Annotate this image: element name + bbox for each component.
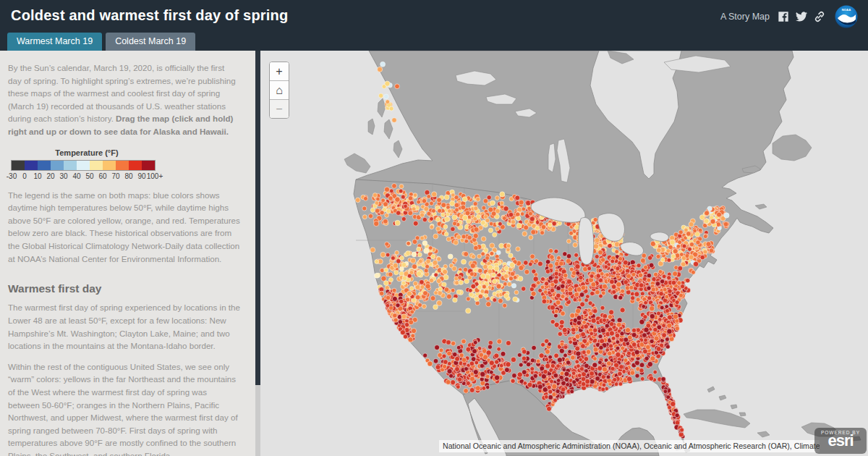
- sidebar-scrollbar-track[interactable]: [255, 51, 260, 456]
- home-extent-button[interactable]: ⌂: [270, 81, 289, 100]
- app-header: Coldest and warmest first day of spring …: [0, 0, 868, 51]
- legend-tick-label: 60: [98, 172, 106, 180]
- esri-logo[interactable]: POWERED BY esri: [814, 428, 867, 454]
- share-link-icon[interactable]: [814, 11, 825, 22]
- noaa-logo[interactable]: NOAA: [835, 5, 858, 28]
- intro-paragraph: By the Sun’s calendar, March 19, 2020, i…: [8, 62, 240, 138]
- svg-text:NOAA: NOAA: [842, 8, 851, 12]
- page-title: Coldest and warmest first day of spring: [11, 7, 288, 24]
- legend-tick-label: 100+: [147, 172, 163, 180]
- legend-tick-label: 90: [137, 172, 145, 180]
- legend-ramp-segment: [64, 161, 77, 170]
- legend-color-ramp: [11, 160, 156, 171]
- great-lake: [579, 218, 594, 265]
- legend-ramp-segment: [25, 161, 38, 170]
- legend-ramp-segment: [38, 161, 51, 170]
- legend-tick-label: 10: [33, 172, 41, 180]
- section-heading: Warmest first day: [8, 282, 240, 295]
- legend-ramp-segment: [90, 161, 103, 170]
- legend-note: The legend is the same on both maps: blu…: [8, 189, 240, 266]
- story-map-label: A Story Map: [720, 12, 770, 22]
- legend-ramp-segment: [142, 161, 155, 170]
- legend-tick-label: 70: [111, 172, 119, 180]
- sidebar-scrollbar-thumb[interactable]: [255, 51, 260, 385]
- legend-tick-labels: -300102030405060708090100+: [11, 172, 163, 182]
- legend-tick-label: 30: [59, 172, 67, 180]
- esri-brand-label: esri: [814, 434, 867, 448]
- tab-coldest-march-19[interactable]: Coldest March 19: [106, 33, 195, 51]
- legend-tick-label: 80: [124, 172, 132, 180]
- legend-tick-label: 0: [22, 172, 27, 180]
- sidebar-sections: Warmest first dayThe warmest first day o…: [8, 282, 240, 456]
- legend-ramp-segment: [103, 161, 116, 170]
- section-paragraph: Within the rest of the contiguous United…: [8, 360, 240, 456]
- legend-tick-label: 20: [46, 172, 54, 180]
- legend-ramp-segment: [129, 161, 142, 170]
- legend-ramp-segment: [51, 161, 64, 170]
- legend-ramp-segment: [12, 161, 25, 170]
- sidebar-content: By the Sun’s calendar, March 19, 2020, i…: [0, 51, 255, 456]
- legend-tick-label: 50: [85, 172, 93, 180]
- tab-warmest-march-19[interactable]: Warmest March 19: [7, 33, 102, 51]
- legend-ramp-segment: [77, 161, 90, 170]
- zoom-in-button[interactable]: +: [270, 62, 289, 81]
- map-zoom-controls: + ⌂ −: [269, 62, 289, 119]
- section-paragraph: The warmest first day of spring experien…: [8, 301, 240, 352]
- map-attribution: National Oceanic and Atmospheric Adminis…: [439, 440, 820, 452]
- map-canvas[interactable]: [260, 51, 868, 456]
- map-pane[interactable]: + ⌂ − National Oceanic and Atmospheric A…: [260, 51, 868, 456]
- legend-title: Temperature (°F): [11, 148, 163, 157]
- legend-tick-label: 40: [72, 172, 80, 180]
- legend-tick-label: -30: [7, 172, 17, 180]
- facebook-icon[interactable]: [778, 11, 789, 22]
- zoom-out-button[interactable]: −: [270, 100, 289, 118]
- twitter-icon[interactable]: [796, 11, 807, 22]
- temperature-legend: Temperature (°F) -3001020304050607080901…: [11, 148, 163, 182]
- tab-bar: Warmest March 19 Coldest March 19: [7, 33, 195, 51]
- sidebar: By the Sun’s calendar, March 19, 2020, i…: [0, 51, 260, 456]
- legend-ramp-segment: [116, 161, 129, 170]
